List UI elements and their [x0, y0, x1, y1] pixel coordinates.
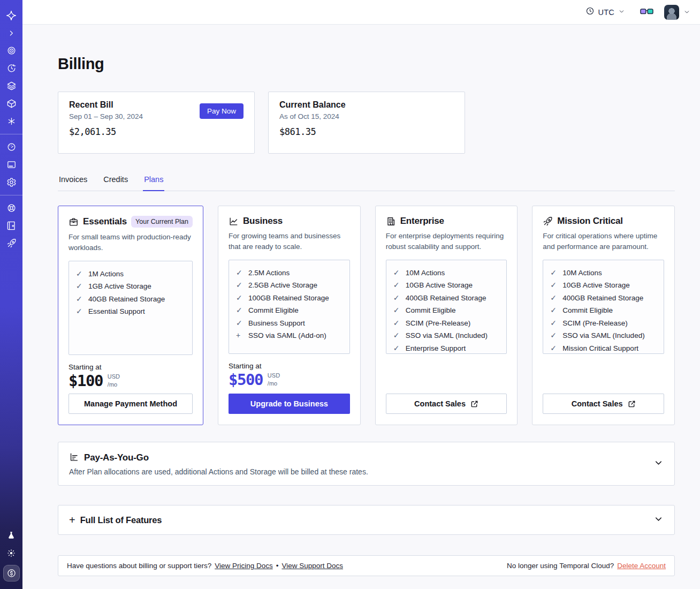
feature-text: SSO via SAML (Add-on): [248, 331, 326, 339]
accordion-description: After Plan allocations are used, additio…: [69, 467, 368, 476]
plan-description: For growing teams and businesses that ar…: [229, 231, 350, 253]
feature-item: ✓2.5GB Active Storage: [236, 281, 343, 289]
feature-item: ✓400GB Retained Storage: [550, 293, 657, 302]
theme-sun-icon[interactable]: [0, 544, 22, 562]
nexus-asterisk-icon[interactable]: [0, 112, 22, 130]
feature-item: ✓10GB Active Storage: [393, 281, 500, 289]
manage-payment-method-button[interactable]: Manage Payment Method: [69, 394, 193, 414]
plan-feature-list: ✓2.5M Actions✓2.5GB Active Storage✓100GB…: [236, 268, 343, 340]
billing-dollar-icon-active[interactable]: [3, 565, 20, 582]
chevron-down-icon[interactable]: [653, 458, 664, 470]
building-icon: [386, 216, 396, 226]
current-balance-asof: As of Oct 15, 2024: [279, 112, 454, 120]
tab-credits[interactable]: Credits: [102, 173, 129, 191]
plan-card-business: Business For growing teams and businesse…: [218, 206, 361, 425]
feature-item: ✓SCIM (Pre-Release): [393, 319, 500, 327]
user-avatar[interactable]: [664, 5, 679, 20]
feature-text: 1GB Active Storage: [88, 282, 151, 290]
price-label: Starting at: [229, 362, 350, 370]
feature-item: ✓100GB Retained Storage: [236, 293, 343, 302]
plan-description: For critical operations where uptime and…: [543, 231, 664, 253]
check-icon: ✓: [393, 268, 400, 277]
pay-as-you-go-accordion[interactable]: Pay-As-You-Go After Plan allocations are…: [58, 442, 675, 486]
history-clock-icon[interactable]: [0, 59, 22, 77]
check-icon: ✓: [393, 306, 400, 314]
feature-item: +SSO via SAML (Add-on): [236, 331, 343, 339]
feature-item: ✓2.5M Actions: [236, 268, 343, 277]
namespaces-target-icon[interactable]: [0, 42, 22, 59]
full-features-accordion[interactable]: + Full List of Features: [58, 505, 675, 535]
feature-text: 10GB Active Storage: [406, 281, 473, 289]
layers-icon[interactable]: [0, 77, 22, 95]
chevron-right-icon[interactable]: [0, 24, 22, 42]
rocket-icon[interactable]: [0, 235, 22, 252]
feature-item: ✓40GB Retained Storage: [76, 294, 185, 303]
check-icon: ✓: [76, 294, 83, 303]
contact-sales-button[interactable]: Contact Sales: [386, 394, 507, 414]
pay-now-button[interactable]: Pay Now: [200, 103, 244, 119]
cta-label: Upgrade to Business: [250, 399, 328, 408]
timezone-selector[interactable]: UTC: [585, 6, 625, 18]
recent-bill-amount: $2,061.35: [69, 126, 244, 137]
settings-gear-icon[interactable]: [0, 173, 22, 191]
feature-item: ✓Commit Eligible: [550, 306, 657, 314]
temporal-logo-icon[interactable]: [0, 6, 22, 24]
feature-text: 40GB Retained Storage: [88, 295, 165, 303]
feature-text: 400GB Retained Storage: [406, 294, 486, 302]
accordion-title: Pay-As-You-Go: [84, 452, 149, 463]
price-period: /mo: [268, 380, 280, 388]
support-lifebuoy-icon[interactable]: [0, 199, 22, 217]
feature-text: Business Support: [248, 319, 305, 327]
price-period: /mo: [108, 381, 120, 389]
3d-glasses-icon[interactable]: [640, 8, 653, 16]
check-icon: ✓: [550, 344, 557, 352]
plan-card-essentials: Essentials Your Current Plan For small t…: [58, 206, 203, 425]
usage-gauge-icon[interactable]: [0, 138, 22, 156]
plus-icon: +: [69, 515, 75, 525]
plan-card-mission-critical: Mission Critical For critical operations…: [532, 206, 675, 425]
check-icon: ✓: [236, 306, 243, 314]
price-currency: USD: [268, 372, 280, 380]
check-icon: ✓: [550, 268, 557, 277]
app-sidebar: [0, 0, 22, 589]
feature-text: SCIM (Pre-Release): [406, 319, 471, 327]
view-support-docs-link[interactable]: View Support Docs: [281, 562, 343, 570]
feature-text: Mission Critical Support: [562, 344, 638, 352]
feature-text: Commit Eligible: [562, 306, 613, 314]
plan-name: Business: [243, 216, 283, 226]
check-icon: ✓: [550, 293, 557, 302]
feature-item: ✓Essential Support: [76, 307, 185, 315]
feature-text: SSO via SAML (Included): [562, 331, 644, 339]
feature-text: 10M Actions: [406, 269, 445, 277]
check-icon: ✓: [76, 269, 83, 278]
docs-book-icon[interactable]: [0, 217, 22, 235]
tab-plans[interactable]: Plans: [143, 173, 164, 191]
rocket-icon: [543, 216, 553, 226]
feature-item: ✓Enterprise Support: [393, 344, 500, 352]
upgrade-to-business-button[interactable]: Upgrade to Business: [229, 394, 350, 414]
tab-invoices[interactable]: Invoices: [58, 173, 88, 191]
feature-text: 2.5GB Active Storage: [248, 281, 317, 289]
current-plan-badge: Your Current Plan: [131, 216, 193, 228]
feature-text: Enterprise Support: [406, 344, 466, 352]
feature-item: ✓10M Actions: [550, 268, 657, 277]
contact-sales-button[interactable]: Contact Sales: [543, 394, 664, 414]
plan-features-box: ✓1M Actions✓1GB Active Storage✓40GB Reta…: [69, 261, 193, 355]
delete-account-link[interactable]: Delete Account: [617, 562, 666, 570]
check-icon: ✓: [236, 319, 243, 327]
price-label: Starting at: [69, 363, 193, 371]
chevron-down-icon[interactable]: [683, 9, 690, 16]
check-icon: ✓: [550, 319, 557, 327]
lab-flask-icon[interactable]: [0, 526, 22, 544]
feature-text: Essential Support: [88, 307, 145, 315]
feature-text: SCIM (Pre-Release): [562, 319, 628, 327]
cta-label: Manage Payment Method: [84, 399, 177, 408]
briefcase-icon: [69, 217, 79, 227]
billing-card-icon[interactable]: [0, 156, 22, 173]
chevron-down-icon[interactable]: [653, 514, 664, 526]
cube-icon[interactable]: [0, 95, 22, 112]
billing-footer: Have questions about billing or support …: [58, 555, 675, 576]
plan-name: Essentials: [83, 216, 127, 227]
view-pricing-docs-link[interactable]: View Pricing Docs: [215, 562, 273, 570]
check-icon: ✓: [550, 281, 557, 289]
